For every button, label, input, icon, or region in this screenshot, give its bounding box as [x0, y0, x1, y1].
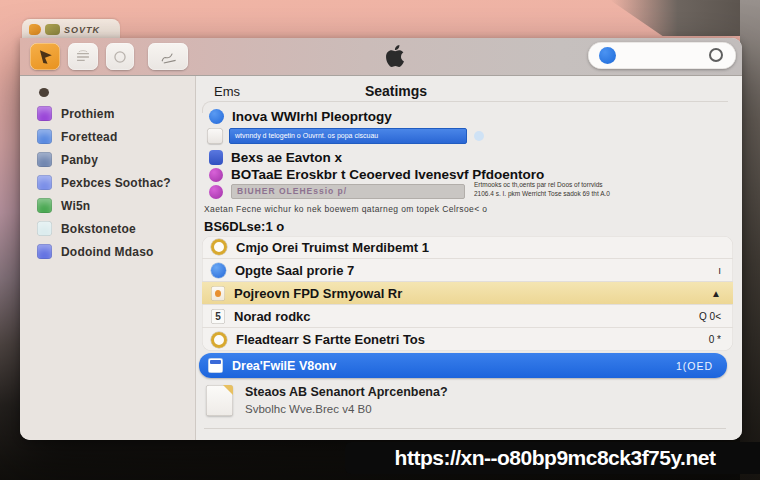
sidebar-item-label: Bokstonetoe [61, 222, 136, 236]
compose-button[interactable] [148, 43, 188, 70]
globe-icon [209, 109, 224, 124]
disabled-text-field[interactable]: BIUHER OLEHEssio p/ [231, 184, 465, 199]
setting-row-base[interactable]: Bexs ae Eavton x [209, 150, 342, 165]
setting-row-label: Inova WWIrhl Pleoprtogy [232, 109, 392, 124]
magenta-dot-icon [209, 168, 223, 182]
list-view-button[interactable] [68, 43, 98, 70]
clear-field-icon[interactable] [474, 131, 484, 141]
caption-text: Xaetan Fecne wichur ko nek boewem qatarn… [204, 204, 488, 214]
sidebar-item-wi5n[interactable]: Wi5n [20, 194, 195, 217]
wi5n-icon [37, 198, 52, 213]
search-status-dot-icon [599, 47, 616, 64]
sidebar-item-bokstonetoe[interactable]: Bokstonetoe [20, 217, 195, 240]
fine-print-note: Ertmooks oc th,oents par rel Doos of tor… [474, 180, 724, 198]
apple-logo-icon [386, 45, 404, 67]
tab-orange-icon [29, 24, 41, 35]
calendar-icon [208, 358, 223, 373]
back-button[interactable] [30, 43, 60, 70]
sidebar-item-label: Pexbces Soothac? [61, 176, 171, 190]
list-item-value: ı [718, 265, 721, 276]
five-badge-icon: 5 [211, 309, 225, 324]
selected-text-field[interactable]: wtvnndy d telogetin o Ouvrnt. os popa ci… [229, 128, 467, 144]
sidebar-dot-icon [39, 88, 49, 97]
setting-row-gray-field: BIUHER OLEHEssio p/ [209, 184, 489, 200]
orange-dot-badge-icon [211, 286, 225, 301]
bokstonetoe-icon [37, 221, 52, 236]
f-badge-icon [209, 150, 223, 165]
list-item-label: Drea'FwilE V8onv [232, 359, 667, 373]
circle-icon [109, 46, 131, 68]
page-title: Seatimgs [316, 83, 476, 99]
selected-list-item[interactable]: Drea'FwilE V8onv 1(OED [199, 353, 727, 378]
window-tab[interactable]: SOVTK [22, 19, 120, 40]
about-version: Svbolhc Wve.Brec v4 B0 [245, 403, 448, 415]
list-item-label: Cmjo Orei Truimst Merdibemt 1 [236, 240, 712, 255]
list-item-label: Norad rodkc [234, 309, 690, 324]
list-item[interactable]: Fleadtearr S Fartte Eonetri Tos 0 * [202, 328, 733, 351]
list-item-label: Pojreovn FPD Srmyowal Rr [234, 286, 702, 301]
settings-group-card: Cmjo Orei Truimst Merdibemt 1 Opgte Saal… [202, 236, 733, 351]
note-line-2: 2106.4 s. I. pkm Werricht Tose sadok 69 … [474, 189, 724, 198]
desktop: SOVTK [0, 0, 760, 480]
list-item-value: Q 0< [699, 311, 721, 322]
sidebar-item-panby[interactable]: Panby [20, 148, 195, 171]
blue-globe-icon [211, 263, 226, 278]
setting-row-field: wtvnndy d telogetin o Ouvrnt. os popa ci… [207, 128, 487, 145]
document-icon [206, 385, 233, 416]
setting-row-label: Bexs ae Eavton x [231, 150, 342, 165]
list-item-label: Opgte Saal prorie 7 [235, 263, 709, 278]
cursor-flag-icon [34, 46, 56, 68]
tab-olive-icon [45, 24, 60, 35]
document-fold-icon [223, 385, 233, 395]
list-item[interactable]: 5 Norad rodkc Q 0< [202, 305, 733, 328]
pexbces-icon [37, 175, 52, 190]
sidebar-item-dodoind[interactable]: Dodoind Mdaso [20, 240, 195, 263]
sidebar-item-pexbces[interactable]: Pexbces Soothac? [20, 171, 195, 194]
list-item-value: 1(OED [676, 360, 713, 372]
sidebar-item-label: Wi5n [61, 199, 90, 213]
toolbar [20, 38, 742, 76]
sidebar-item-label: Dodoind Mdaso [61, 245, 154, 259]
breadcrumb[interactable]: Ems [214, 84, 240, 99]
dodoind-icon [37, 244, 52, 259]
url-banner: https://xn--o80bp9mc8ck3f75y.net [345, 442, 760, 474]
sidebar-list: Prothiem Forettead Panby Pexbces Soothac… [20, 102, 195, 263]
prothiem-icon [37, 106, 52, 121]
section-header: BS6DLse:1 o [204, 219, 284, 234]
content-pane: Ems Seatimgs Inova WWIrhl Pleoprtogy wtv… [196, 76, 742, 440]
profile-button[interactable] [106, 43, 134, 70]
list-item[interactable]: Opgte Saal prorie 7 ı [202, 259, 733, 282]
list-icon [72, 46, 94, 68]
panby-icon [37, 152, 52, 167]
forettead-icon [37, 129, 52, 144]
sidebar: Prothiem Forettead Panby Pexbces Soothac… [20, 76, 196, 440]
sidebar-item-prothiem[interactable]: Prothiem [20, 102, 195, 125]
window-body: Prothiem Forettead Panby Pexbces Soothac… [20, 76, 742, 440]
note-line-1: Ertmooks oc th,oents par rel Doos of tor… [474, 180, 724, 189]
ring-circle-icon [211, 332, 227, 348]
tab-title: SOVTK [64, 25, 100, 35]
magenta-dot-icon [209, 185, 223, 199]
list-item-value: ▲ [711, 288, 721, 299]
about-row: Steaos AB Senanort Aprcenbena? Svbolhc W… [206, 385, 448, 416]
about-title: Steaos AB Senanort Aprcenbena? [245, 385, 448, 399]
box-icon [207, 128, 223, 144]
sidebar-item-forettead[interactable]: Forettead [20, 125, 195, 148]
divider [204, 428, 726, 429]
list-item[interactable]: Cmjo Orei Truimst Merdibemt 1 [202, 236, 733, 259]
settings-window: Prothiem Forettead Panby Pexbces Soothac… [20, 38, 742, 440]
wallpaper-cliff-right [740, 0, 760, 480]
sidebar-item-label: Panby [61, 153, 98, 167]
setting-row-network[interactable]: Inova WWIrhl Pleoprtogy [209, 109, 392, 124]
list-item-value: 0 * [709, 334, 721, 345]
sidebar-item-label: Forettead [61, 130, 117, 144]
ring-circle-icon [211, 239, 227, 255]
url-text: https://xn--o80bp9mc8ck3f75y.net [395, 446, 716, 470]
search-input[interactable] [588, 42, 736, 69]
sidebar-item-label: Prothiem [61, 107, 115, 121]
list-item-highlighted[interactable]: Pojreovn FPD Srmyowal Rr ▲ [202, 282, 733, 305]
search-magnifier-icon [709, 48, 723, 62]
scribble-icon [153, 46, 183, 68]
list-item-label: Fleadtearr S Fartte Eonetri Tos [236, 332, 700, 347]
